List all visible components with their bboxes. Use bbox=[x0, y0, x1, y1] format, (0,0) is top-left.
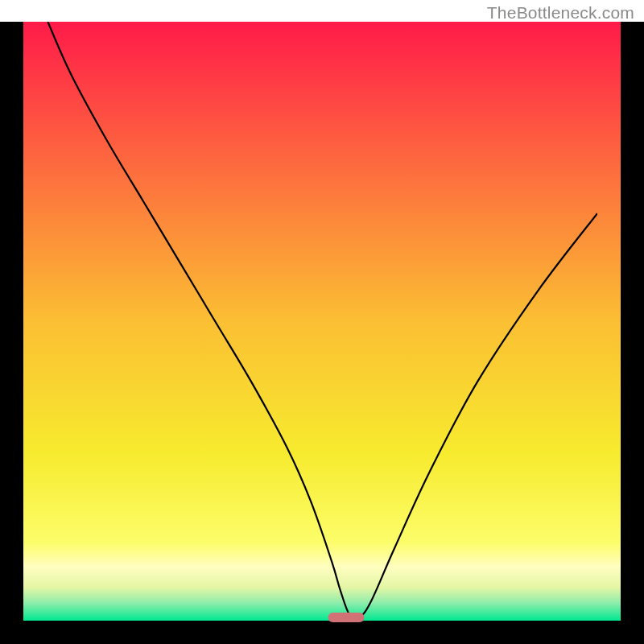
gradient-rect bbox=[23, 22, 621, 621]
optimal-marker bbox=[328, 613, 365, 622]
chart-frame bbox=[0, 22, 644, 644]
chart-plot-area bbox=[23, 22, 621, 621]
watermark-text: TheBottleneck.com bbox=[487, 3, 634, 23]
